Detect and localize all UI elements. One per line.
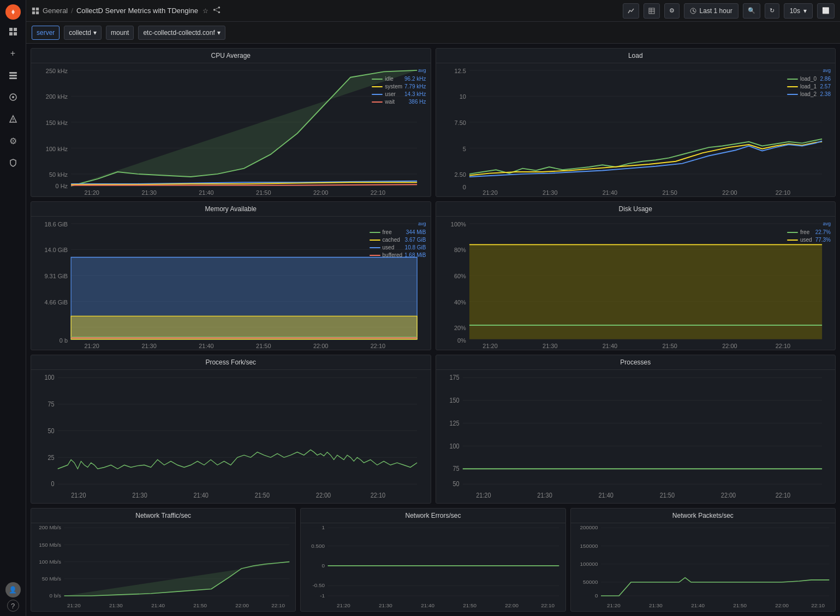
- svg-text:0.500: 0.500: [312, 543, 325, 549]
- svg-text:21:40: 21:40: [421, 602, 434, 608]
- filter-mount[interactable]: mount: [106, 26, 134, 40]
- settings-icon[interactable]: ⚙: [3, 131, 23, 151]
- svg-text:21:40: 21:40: [598, 492, 613, 499]
- disk-body: 100% 80% 60% 40% 20% 0% 21:20 21:30 21:4…: [436, 217, 836, 350]
- svg-text:100000: 100000: [580, 561, 598, 567]
- zoom-out-btn[interactable]: 🔍: [743, 3, 760, 19]
- svg-text:21:50: 21:50: [256, 343, 271, 349]
- svg-text:100: 100: [449, 442, 460, 450]
- svg-line-27: [693, 11, 695, 12]
- svg-text:175: 175: [449, 373, 460, 381]
- process-fork-body: 100 75 50 25 0 21:20 21:30 21:40 21:50 2…: [31, 370, 431, 503]
- svg-text:22:10: 22:10: [371, 492, 386, 499]
- alerts-icon[interactable]: [3, 109, 23, 129]
- explore-icon[interactable]: [3, 87, 23, 107]
- disk-chart: 100% 80% 60% 40% 20% 0% 21:20 21:30 21:4…: [436, 217, 836, 350]
- svg-point-11: [13, 121, 14, 122]
- disk-title: Disk Usage: [436, 202, 836, 217]
- interval-btn[interactable]: 10s ▾: [784, 3, 813, 19]
- process-fork-panel: Process Fork/sec 100 75 50 25 0 21:20: [31, 355, 431, 504]
- svg-text:21:30: 21:30: [141, 343, 156, 349]
- memory-body: 18.6 GiB 14.0 GiB 9.31 GiB 4.66 GiB 0 b …: [31, 217, 431, 350]
- svg-text:150 Mb/s: 150 Mb/s: [39, 542, 61, 548]
- breadcrumb-general[interactable]: General: [43, 7, 68, 15]
- svg-text:9.31 GiB: 9.31 GiB: [44, 273, 68, 279]
- svg-text:22:00: 22:00: [775, 602, 789, 608]
- svg-text:0 b/s: 0 b/s: [50, 593, 62, 599]
- settings-btn[interactable]: ⚙: [664, 3, 680, 19]
- svg-text:21:20: 21:20: [607, 602, 621, 608]
- refresh-btn[interactable]: ↻: [765, 3, 779, 19]
- svg-text:10: 10: [459, 93, 466, 100]
- svg-text:22:00: 22:00: [235, 602, 249, 608]
- svg-text:0: 0: [51, 480, 55, 488]
- network-errors-panel: Network Errors/sec 1 0.500 0 -0.50 -1 21…: [300, 508, 565, 612]
- svg-text:50 kHz: 50 kHz: [49, 171, 68, 178]
- cpu-average-chart: 250 kHz 200 kHz 150 kHz 100 kHz 50 kHz 0…: [31, 63, 431, 196]
- cpu-average-panel: CPU Average 250 kHz 200 kHz 150 kHz: [31, 48, 431, 197]
- svg-text:22:10: 22:10: [775, 492, 790, 499]
- filter-server[interactable]: server: [32, 26, 59, 40]
- svg-rect-13: [36, 7, 39, 10]
- processes-body: 175 150 125 100 75 50 21:20 21:30 21:40 …: [436, 370, 836, 503]
- process-fork-chart: 100 75 50 25 0 21:20 21:30 21:40 21:50 2…: [31, 370, 431, 503]
- user-avatar[interactable]: 👤: [5, 582, 21, 597]
- svg-text:50000: 50000: [583, 579, 598, 585]
- svg-text:80%: 80%: [454, 247, 466, 253]
- svg-marker-80: [71, 316, 417, 339]
- svg-text:50 Mb/s: 50 Mb/s: [42, 576, 61, 582]
- svg-text:21:50: 21:50: [662, 189, 677, 196]
- filter-config[interactable]: etc-collectd-collectd.conf ▾: [138, 26, 225, 40]
- svg-text:100 Mb/s: 100 Mb/s: [39, 559, 61, 565]
- svg-text:21:20: 21:20: [85, 189, 99, 196]
- svg-text:21:40: 21:40: [151, 602, 165, 608]
- processes-title: Processes: [436, 355, 836, 370]
- svg-text:21:40: 21:40: [193, 492, 208, 499]
- svg-text:200000: 200000: [580, 525, 598, 531]
- svg-text:12.5: 12.5: [454, 68, 466, 74]
- add-icon[interactable]: +: [3, 44, 23, 63]
- svg-text:21:40: 21:40: [602, 343, 617, 349]
- load-panel: Load 12.5 10 7.50 5 2.50 0 21:2: [436, 48, 836, 197]
- svg-text:21:40: 21:40: [199, 343, 213, 349]
- svg-rect-6: [9, 75, 17, 76]
- svg-text:21:30: 21:30: [537, 492, 552, 499]
- svg-text:22:00: 22:00: [505, 602, 519, 608]
- svg-text:22:00: 22:00: [722, 189, 737, 196]
- app-logo[interactable]: [5, 4, 21, 20]
- memory-title: Memory Available: [31, 202, 431, 217]
- shield-icon[interactable]: [3, 153, 23, 172]
- dashboard-icon[interactable]: [3, 22, 23, 41]
- svg-text:0: 0: [322, 563, 325, 569]
- breadcrumb-sep: /: [71, 7, 73, 15]
- network-packets-chart: 200000 150000 100000 50000 0 21:20 21:30…: [571, 523, 835, 611]
- svg-text:21:40: 21:40: [691, 602, 705, 608]
- filter-collectd[interactable]: collectd ▾: [64, 26, 102, 40]
- panels-icon[interactable]: [3, 65, 23, 85]
- svg-point-17: [213, 9, 216, 11]
- svg-rect-2: [14, 28, 17, 31]
- interval-label: 10s: [790, 7, 800, 15]
- svg-text:0 b: 0 b: [59, 337, 68, 344]
- graph-view-btn[interactable]: [623, 3, 639, 19]
- svg-rect-21: [649, 8, 654, 14]
- time-range-btn[interactable]: Last 1 hour: [684, 3, 738, 19]
- svg-text:22:10: 22:10: [775, 343, 790, 349]
- svg-text:5: 5: [462, 145, 466, 152]
- help-icon[interactable]: ?: [7, 600, 19, 612]
- svg-text:7.50: 7.50: [454, 119, 466, 126]
- svg-rect-15: [36, 11, 39, 14]
- svg-text:50: 50: [452, 480, 460, 488]
- topbar: General / CollectD Server Metrics with T…: [26, 0, 840, 22]
- svg-text:250 kHz: 250 kHz: [46, 68, 68, 74]
- svg-text:21:20: 21:20: [337, 602, 350, 608]
- star-icon[interactable]: ☆: [202, 7, 208, 15]
- content-area: General / CollectD Server Metrics with T…: [26, 0, 840, 616]
- table-view-btn[interactable]: [644, 3, 660, 19]
- expand-btn[interactable]: ⬜: [817, 3, 835, 19]
- svg-text:21:20: 21:20: [482, 343, 497, 349]
- time-range-label: Last 1 hour: [700, 7, 732, 15]
- share-icon[interactable]: [213, 6, 221, 15]
- process-fork-title: Process Fork/sec: [31, 355, 431, 370]
- svg-text:21:20: 21:20: [71, 492, 86, 499]
